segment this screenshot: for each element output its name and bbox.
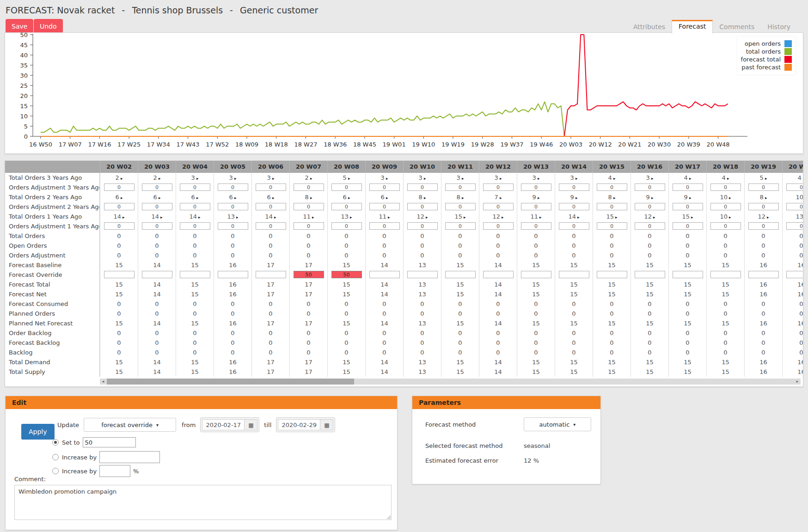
adjustment-input[interactable] [331, 203, 362, 210]
adjustment-input[interactable] [331, 222, 362, 230]
adjustment-input[interactable] [407, 203, 438, 210]
forecast-override-input[interactable] [104, 271, 135, 278]
drill-down-icon[interactable]: ▸ [236, 215, 239, 220]
adjustment-input[interactable] [597, 183, 627, 191]
undo-button[interactable]: Undo [34, 19, 63, 34]
forecast-override-input[interactable] [142, 271, 172, 278]
forecast-override-input[interactable] [673, 271, 703, 278]
adjustment-input[interactable] [521, 222, 551, 230]
drill-down-icon[interactable]: ▸ [462, 176, 464, 181]
adjustment-input[interactable] [142, 222, 172, 230]
adjustment-input[interactable] [445, 222, 476, 230]
drill-down-icon[interactable]: ▸ [272, 176, 275, 181]
drill-down-icon[interactable]: ▸ [234, 176, 237, 181]
drill-down-icon[interactable]: ▸ [615, 215, 618, 220]
forecast-override-input[interactable] [597, 271, 627, 278]
adjustment-input[interactable] [218, 203, 248, 210]
forecast-override-input[interactable] [786, 271, 804, 278]
drill-down-icon[interactable]: ▸ [310, 176, 312, 181]
drill-down-icon[interactable]: ▸ [538, 196, 540, 200]
forecast-override-input[interactable] [445, 271, 476, 278]
adjustment-input[interactable] [748, 203, 779, 210]
adjustment-input[interactable] [294, 203, 324, 210]
increase-by-percent-radio[interactable] [52, 468, 59, 474]
increase-by-percent-input[interactable] [99, 465, 130, 477]
drill-down-icon[interactable]: ▸ [348, 196, 350, 200]
adjustment-input[interactable] [673, 203, 703, 210]
forecast-override-input[interactable] [180, 271, 210, 278]
adjustment-input[interactable] [521, 183, 551, 191]
drill-down-icon[interactable]: ▸ [121, 196, 123, 200]
drill-down-icon[interactable]: ▸ [613, 176, 616, 181]
drill-down-icon[interactable]: ▸ [234, 196, 237, 200]
adjustment-input[interactable] [483, 183, 514, 191]
adjustment-input[interactable] [786, 183, 804, 191]
comment-textarea[interactable]: Wimbledon promotion campaign [14, 485, 392, 520]
drill-down-icon[interactable]: ▸ [312, 215, 314, 220]
tab-history[interactable]: History [761, 21, 797, 33]
drill-down-icon[interactable]: ▸ [310, 196, 312, 200]
adjustment-input[interactable] [559, 203, 589, 210]
adjustment-input[interactable] [786, 222, 804, 230]
drill-down-icon[interactable]: ▸ [386, 196, 388, 200]
drill-down-icon[interactable]: ▸ [727, 176, 729, 181]
increase-by-radio[interactable] [52, 454, 59, 460]
drill-down-icon[interactable]: ▸ [613, 196, 616, 200]
drill-down-icon[interactable]: ▸ [500, 196, 502, 200]
adjustment-input[interactable] [104, 203, 135, 210]
drill-down-icon[interactable]: ▸ [426, 215, 428, 220]
adjustment-input[interactable] [710, 183, 741, 191]
drill-down-icon[interactable]: ▸ [803, 176, 803, 181]
drill-down-icon[interactable]: ▸ [464, 215, 466, 220]
drill-down-icon[interactable]: ▸ [765, 196, 767, 200]
tab-attributes[interactable]: Attributes [627, 21, 672, 33]
scroll-left-icon[interactable]: ◂ [100, 379, 106, 385]
adjustment-input[interactable] [256, 203, 286, 210]
adjustment-input[interactable] [180, 222, 210, 230]
adjustment-input[interactable] [445, 183, 476, 191]
adjustment-input[interactable] [218, 222, 248, 230]
drill-down-icon[interactable]: ▸ [386, 176, 388, 181]
forecast-method-dropdown[interactable]: automatic ▾ [524, 417, 591, 431]
calendar-icon[interactable]: ▦ [245, 419, 257, 430]
forecast-override-input[interactable] [256, 271, 286, 278]
from-date-input[interactable] [202, 419, 245, 430]
drill-down-icon[interactable]: ▸ [538, 176, 540, 181]
drill-down-icon[interactable]: ▸ [274, 215, 276, 220]
save-button[interactable]: Save [6, 19, 33, 34]
tab-forecast[interactable]: Forecast [672, 20, 713, 34]
scroll-right-icon[interactable]: ▸ [794, 379, 801, 385]
drill-down-icon[interactable]: ▸ [651, 176, 654, 181]
adjustment-input[interactable] [407, 183, 438, 191]
drill-down-icon[interactable]: ▸ [500, 176, 502, 181]
drill-down-icon[interactable]: ▸ [424, 176, 426, 181]
adjustment-input[interactable] [369, 183, 400, 191]
drill-down-icon[interactable]: ▸ [575, 176, 578, 181]
apply-button[interactable]: Apply [21, 424, 55, 440]
drill-down-icon[interactable]: ▸ [653, 215, 655, 220]
update-target-dropdown[interactable]: forecast override ▾ [84, 418, 176, 432]
adjustment-input[interactable] [483, 203, 514, 210]
drill-down-icon[interactable]: ▸ [502, 215, 504, 220]
drill-down-icon[interactable]: ▸ [689, 196, 692, 200]
adjustment-input[interactable] [104, 183, 135, 191]
drill-down-icon[interactable]: ▸ [729, 215, 731, 220]
set-to-radio[interactable] [52, 439, 59, 446]
adjustment-input[interactable] [673, 222, 703, 230]
forecast-override-input[interactable] [635, 271, 665, 278]
adjustment-input[interactable] [142, 183, 172, 191]
adjustment-input[interactable] [635, 183, 665, 191]
drill-down-icon[interactable]: ▸ [462, 196, 464, 200]
forecast-override-input[interactable] [407, 271, 438, 278]
adjustment-input[interactable] [331, 183, 362, 191]
till-date-input[interactable] [278, 419, 320, 430]
forecast-override-input[interactable] [369, 271, 400, 278]
adjustment-input[interactable] [180, 203, 210, 210]
adjustment-input[interactable] [786, 203, 804, 210]
tab-comments[interactable]: Comments [713, 21, 761, 33]
adjustment-input[interactable] [294, 222, 324, 230]
drill-down-icon[interactable]: ▸ [424, 196, 426, 200]
adjustment-input[interactable] [710, 222, 741, 230]
forecast-override-input[interactable] [559, 271, 589, 278]
calendar-icon[interactable]: ▦ [320, 419, 333, 430]
